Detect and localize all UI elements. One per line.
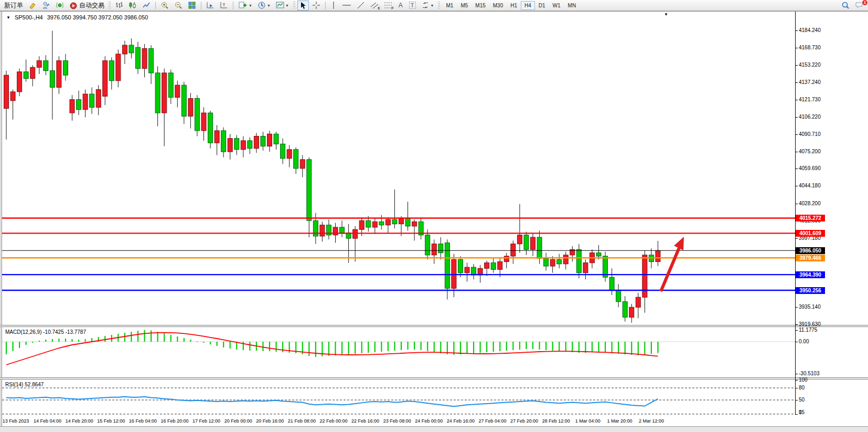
new-order-button[interactable]: 新订单 bbox=[2, 1, 25, 10]
price-tick-label: 4153.220 bbox=[799, 62, 821, 68]
candle bbox=[419, 218, 423, 239]
arrow-annotation[interactable] bbox=[661, 237, 684, 291]
fibonacci-tool-icon[interactable]: F bbox=[382, 1, 394, 10]
candle bbox=[511, 240, 516, 264]
arrows-tool-icon[interactable]: ▼ bbox=[419, 1, 436, 10]
candle bbox=[392, 189, 397, 228]
time-axis-label: 24 Feb 00:00 bbox=[415, 418, 443, 424]
timeframe-m5[interactable]: M5 bbox=[457, 1, 471, 10]
time-axis-label: 22 Feb 00:00 bbox=[319, 418, 347, 424]
candle bbox=[162, 68, 167, 146]
cursor-tool-icon[interactable] bbox=[297, 1, 309, 10]
time-axis-label: 28 Feb 12:00 bbox=[542, 418, 570, 424]
zoom-in-icon[interactable] bbox=[158, 1, 171, 10]
price-level-tag: 3986.050 bbox=[796, 247, 825, 254]
macd-indicator-pane[interactable] bbox=[2, 328, 795, 377]
candle bbox=[287, 145, 292, 167]
time-axis[interactable]: 13 Feb 202314 Feb 04:0014 Feb 20:0015 Fe… bbox=[2, 415, 795, 426]
auto-scroll-icon[interactable] bbox=[204, 1, 217, 10]
price-tick-label: 4106.220 bbox=[799, 114, 821, 120]
timeframe-h1[interactable]: H1 bbox=[507, 1, 521, 10]
time-axis-label: 15 Feb 12:00 bbox=[97, 418, 125, 424]
timeframe-m15[interactable]: M15 bbox=[471, 1, 489, 10]
chevron-down-icon: ▼ bbox=[431, 4, 434, 7]
highlighter-icon[interactable] bbox=[26, 1, 39, 10]
expert-advisors-icon[interactable] bbox=[40, 1, 52, 10]
trendline-tool-icon[interactable] bbox=[355, 1, 367, 10]
new-chart-icon[interactable]: ▼ bbox=[236, 1, 254, 10]
candle bbox=[109, 57, 114, 89]
candle bbox=[63, 54, 68, 81]
tile-windows-icon[interactable] bbox=[186, 1, 198, 10]
periods-icon[interactable]: ▼ bbox=[255, 1, 273, 10]
candle bbox=[465, 263, 469, 282]
text-label-tool-icon[interactable]: T bbox=[407, 1, 418, 10]
macd-tick-label: -30.5103 bbox=[799, 371, 819, 376]
price-tick-mark bbox=[795, 238, 798, 239]
candle bbox=[44, 55, 48, 75]
timeframe-w1[interactable]: W1 bbox=[549, 1, 564, 10]
candle bbox=[136, 42, 141, 74]
timeframe-h4[interactable]: H4 bbox=[521, 1, 535, 10]
price-tick-label: 4168.730 bbox=[799, 45, 821, 50]
timeframe-m1[interactable]: M1 bbox=[442, 1, 457, 10]
main-price-chart[interactable] bbox=[2, 14, 795, 324]
zoom-out-icon[interactable] bbox=[172, 1, 185, 10]
signal-icon[interactable] bbox=[53, 1, 66, 10]
channel-letter: E bbox=[378, 6, 380, 10]
candle bbox=[372, 218, 377, 234]
horizontal-line-tool-icon[interactable] bbox=[340, 1, 353, 10]
autotrade-button[interactable]: 自动交易 bbox=[67, 1, 106, 10]
rsi-indicator-pane[interactable] bbox=[2, 380, 795, 415]
candle bbox=[642, 250, 647, 312]
timeframe-m30[interactable]: M30 bbox=[489, 1, 507, 10]
time-axis-label: 1 Mar 20:00 bbox=[607, 418, 632, 424]
macd-tick-mark bbox=[795, 342, 798, 342]
search-icon[interactable] bbox=[839, 1, 852, 10]
panel-divider[interactable] bbox=[0, 325, 868, 327]
candle bbox=[491, 257, 496, 273]
candle bbox=[576, 244, 581, 279]
chevron-down-icon: ▼ bbox=[267, 4, 271, 7]
price-tick-mark bbox=[795, 307, 798, 308]
candle bbox=[122, 41, 127, 64]
equidistant-channel-tool-icon[interactable]: E bbox=[368, 1, 381, 10]
panel-divider[interactable] bbox=[0, 377, 868, 380]
timeframe-d1[interactable]: D1 bbox=[535, 1, 549, 10]
crosshair-tool-icon[interactable] bbox=[310, 1, 323, 10]
candle bbox=[438, 237, 443, 259]
vertical-line-tool-icon[interactable] bbox=[328, 1, 339, 10]
chart-shift-icon[interactable] bbox=[218, 1, 230, 10]
macd-signal-line bbox=[6, 333, 658, 365]
candle bbox=[425, 229, 430, 259]
bar-shift-marker-icon[interactable]: ▼ bbox=[664, 12, 668, 17]
candle bbox=[307, 157, 312, 237]
candle bbox=[471, 264, 476, 280]
price-tick-label: 4028.200 bbox=[799, 201, 821, 206]
candle bbox=[353, 226, 358, 262]
templates-icon[interactable]: ▼ bbox=[274, 1, 291, 10]
time-axis-label: 27 Feb 20:00 bbox=[510, 418, 538, 424]
price-tick-mark bbox=[795, 186, 798, 186]
candle bbox=[557, 254, 562, 269]
symbol-dropdown-icon[interactable]: ▼ bbox=[6, 15, 10, 20]
price-tick-mark bbox=[795, 48, 798, 48]
macd-tick-label: 0.00 bbox=[799, 339, 809, 344]
candle bbox=[116, 49, 121, 87]
bar-chart-mode-icon[interactable] bbox=[113, 1, 125, 10]
timeframe-mn[interactable]: MN bbox=[564, 1, 580, 10]
candle bbox=[300, 155, 305, 177]
candlestick-mode-icon[interactable] bbox=[126, 1, 139, 10]
chart-title: ▼ SP500-,H4 3976.050 3994.750 3972.050 3… bbox=[6, 14, 148, 20]
price-tick-label: 4184.240 bbox=[799, 27, 821, 33]
line-chart-mode-icon[interactable] bbox=[140, 1, 153, 10]
candle bbox=[70, 95, 74, 121]
chat-icon[interactable]: 1 bbox=[853, 1, 866, 10]
text-tool-icon[interactable]: A bbox=[395, 1, 406, 10]
macd-tick-mark bbox=[795, 330, 798, 331]
label-tool-glyph: T bbox=[409, 2, 416, 9]
price-tick-mark bbox=[795, 100, 798, 100]
candle bbox=[155, 66, 160, 126]
candle bbox=[4, 71, 9, 140]
candle bbox=[10, 90, 15, 120]
